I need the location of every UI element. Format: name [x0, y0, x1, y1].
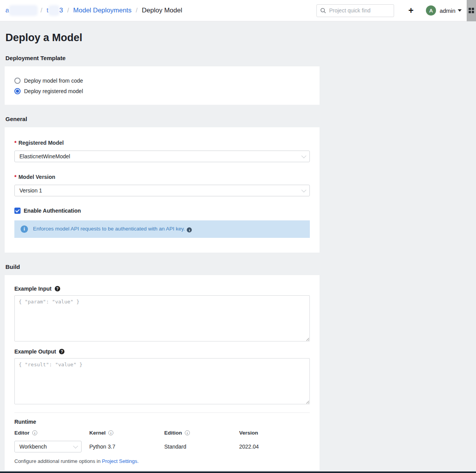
authentication-info-alert: i Enforces model API requests to be auth…: [14, 220, 310, 238]
section-label-deployment-template: Deployment Template: [5, 55, 476, 61]
general-card: *Registered Model ElasticnetWineModel *M…: [5, 127, 320, 253]
configure-runtime-note: Configure additional runtime options in …: [14, 458, 310, 466]
model-version-select[interactable]: Version 1: [14, 185, 310, 196]
example-output-label: Example Output ?: [14, 348, 310, 355]
info-icon[interactable]: i: [185, 430, 190, 435]
help-icon[interactable]: ?: [55, 286, 60, 291]
info-icon[interactable]: i: [108, 430, 113, 435]
registered-model-value: ElasticnetWineModel: [19, 153, 70, 159]
apps-grid-icon: [469, 8, 474, 13]
runtime-col-version: Version 2022.04: [239, 430, 259, 452]
runtime-col-editor: Editor i Workbench: [14, 430, 89, 452]
example-input-label: Example Input ?: [14, 286, 310, 292]
runtime-title: Runtime: [14, 419, 310, 425]
top-navbar: a / t3 / Model Deployments / Deploy Mode…: [0, 0, 476, 21]
registered-model-label: *Registered Model: [14, 140, 310, 146]
required-marker: *: [14, 174, 16, 180]
project-settings-link[interactable]: Project Settings.: [102, 458, 139, 464]
radio-deploy-from-code[interactable]: Deploy model from code: [14, 78, 310, 84]
runtime-col-kernel: Kernel i Python 3.7: [89, 430, 164, 452]
chevron-down-icon: [73, 444, 78, 449]
chevron-down-icon: [301, 153, 306, 158]
version-label: Version: [239, 430, 259, 436]
enable-authentication-row[interactable]: Enable Authentication: [14, 208, 310, 214]
breadcrumb-item-project[interactable]: t3: [47, 7, 63, 15]
redacted-text: [10, 7, 36, 14]
breadcrumb: a / t3 / Model Deployments / Deploy Mode…: [5, 7, 182, 15]
add-button[interactable]: +: [406, 5, 416, 17]
enable-authentication-label: Enable Authentication: [24, 208, 81, 214]
avatar: A: [426, 5, 436, 16]
divider: [14, 412, 310, 413]
info-icon[interactable]: i: [32, 430, 37, 435]
example-output-textarea[interactable]: [14, 358, 310, 404]
breadcrumb-separator: /: [40, 7, 42, 14]
section-label-general: General: [5, 116, 476, 122]
chevron-down-icon: [458, 9, 462, 12]
radio-icon-selected[interactable]: [14, 88, 21, 94]
runtime-grid: Editor i Workbench Kernel i Python 3.7 E…: [14, 430, 310, 452]
redacted-text: [50, 7, 58, 14]
deployment-template-card: Deploy model from code Deploy registered…: [5, 66, 320, 105]
editor-select[interactable]: Workbench: [14, 441, 82, 452]
edition-label: Edition i: [164, 430, 239, 436]
section-label-build: Build: [5, 263, 476, 270]
checkbox-checked-icon[interactable]: [14, 208, 21, 214]
search-input[interactable]: [329, 7, 390, 14]
version-value: 2022.04: [239, 441, 259, 452]
editor-value: Workbench: [19, 444, 47, 450]
kernel-label: Kernel i: [89, 430, 164, 436]
header-actions: + A admin: [316, 0, 476, 21]
radio-icon[interactable]: [14, 78, 21, 84]
required-marker: *: [14, 140, 16, 146]
breadcrumb-item-owner[interactable]: a: [5, 7, 36, 15]
chevron-down-icon: [301, 187, 306, 192]
runtime-col-edition: Edition i Standard: [164, 430, 239, 452]
breadcrumb-item-current: Deploy Model: [142, 7, 182, 14]
breadcrumb-separator: /: [136, 7, 137, 14]
radio-label: Deploy model from code: [24, 78, 83, 84]
page-title: Deploy a Model: [5, 21, 476, 44]
alert-text: Enforces model API requests to be authen…: [33, 226, 192, 233]
bottom-bar: [0, 471, 476, 473]
info-icon-dark[interactable]: i: [187, 227, 192, 232]
user-menu[interactable]: A admin: [426, 5, 462, 16]
radio-deploy-registered-model[interactable]: Deploy registered model: [14, 88, 310, 94]
user-name: admin: [440, 7, 455, 14]
build-card: Example Input ? Example Output ? Runtime…: [5, 275, 320, 470]
apps-menu-button[interactable]: [467, 0, 476, 21]
help-icon[interactable]: ?: [59, 349, 64, 354]
radio-label: Deploy registered model: [24, 88, 83, 94]
info-icon: i: [21, 225, 28, 233]
breadcrumb-separator: /: [67, 7, 69, 14]
editor-label: Editor i: [14, 430, 89, 436]
search-icon: [320, 8, 326, 14]
breadcrumb-item-model-deployments[interactable]: Model Deployments: [73, 7, 132, 14]
main-content: Deploy a Model Deployment Template Deplo…: [0, 21, 476, 470]
model-version-value: Version 1: [19, 187, 42, 194]
project-quick-find[interactable]: [316, 4, 394, 17]
edition-value: Standard: [164, 441, 239, 452]
model-version-label: *Model Version: [14, 174, 310, 180]
example-input-textarea[interactable]: [14, 295, 310, 341]
kernel-value: Python 3.7: [89, 441, 164, 452]
registered-model-select[interactable]: ElasticnetWineModel: [14, 151, 310, 162]
